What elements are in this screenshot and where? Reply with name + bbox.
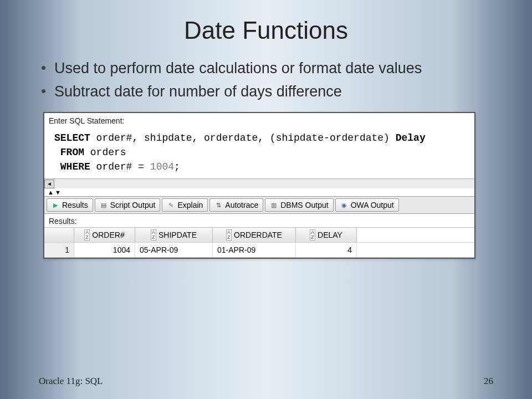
sql-literal: 1004 (150, 161, 174, 172)
sql-text: ; (174, 161, 180, 172)
horizontal-scrollbar[interactable]: ◄ (44, 178, 474, 188)
scroll-left-button[interactable]: ◄ (44, 180, 54, 188)
explain-icon: ✎ (167, 201, 175, 209)
table-row[interactable]: 1 1004 05-APR-09 01-APR-09 4 (44, 243, 474, 258)
column-label: ORDER# (92, 231, 124, 239)
tab-label: DBMS Output (280, 201, 328, 209)
sql-keyword: WHERE (54, 161, 90, 172)
row-number-header (44, 228, 74, 242)
results-grid: AZORDER# AZSHIPDATE AZORDERDATE AZDELAY … (44, 227, 474, 258)
triangle-down-icon: ▼ (55, 190, 61, 196)
bullet-item: Used to perform date calculations or for… (39, 58, 493, 78)
cell-order: 1004 (74, 243, 135, 257)
sort-icon: AZ (310, 229, 315, 241)
tab-label: OWA Output (351, 201, 394, 209)
tab-label: Autotrace (225, 201, 258, 209)
splitter-handle[interactable]: ▲▼ (44, 188, 474, 196)
tab-dbms-output[interactable]: ▥ DBMS Output (265, 198, 333, 212)
bullet-item: Subtract date for number of days differe… (39, 81, 493, 101)
slide: Date Functions Used to perform date calc… (0, 0, 532, 399)
document-icon: ▤ (100, 201, 108, 209)
column-header[interactable]: AZORDERDATE (213, 228, 296, 242)
tab-label: Explain (177, 201, 203, 209)
results-label: Results: (44, 214, 474, 227)
sql-keyword: SELECT (54, 132, 90, 144)
tab-autotrace[interactable]: ⇅ Autotrace (209, 198, 263, 212)
footer-page-number: 26 (484, 376, 493, 387)
column-label: ORDERDATE (234, 231, 282, 239)
sql-alias: Delay (396, 132, 426, 144)
tab-label: Results (62, 201, 88, 209)
sql-text: orders (84, 147, 126, 158)
sql-prompt-label: Enter SQL Statement: (44, 113, 474, 127)
footer-left: Oracle 11g: SQL (39, 376, 103, 387)
sort-icon: AZ (84, 229, 90, 241)
column-label: DELAY (318, 231, 342, 239)
cell-shipdate: 05-APR-09 (135, 243, 213, 257)
cell-delay: 4 (296, 243, 357, 257)
sort-icon: AZ (151, 229, 156, 241)
sql-panel: Enter SQL Statement: SELECT order#, ship… (43, 112, 475, 259)
grid-header-row: AZORDER# AZSHIPDATE AZORDERDATE AZDELAY (44, 228, 474, 243)
result-tabs: ▶ Results ▤ Script Output ✎ Explain ⇅ Au… (44, 196, 474, 214)
tab-results[interactable]: ▶ Results (47, 198, 93, 212)
triangle-up-icon: ▲ (48, 190, 54, 196)
sql-editor[interactable]: SELECT order#, shipdate, orderdate, (shi… (44, 127, 474, 178)
column-label: SHIPDATE (158, 231, 197, 239)
sort-icon: AZ (226, 229, 232, 241)
cell-orderdate: 01-APR-09 (213, 243, 296, 257)
row-number-cell: 1 (44, 243, 74, 257)
tab-explain[interactable]: ✎ Explain (162, 198, 208, 212)
tab-owa-output[interactable]: ◉ OWA Output (335, 198, 399, 212)
column-header[interactable]: AZSHIPDATE (135, 228, 213, 242)
slide-footer: Oracle 11g: SQL 26 (39, 376, 493, 387)
column-header[interactable]: AZDELAY (296, 228, 357, 242)
tab-label: Script Output (110, 201, 156, 209)
dbms-icon: ▥ (270, 201, 278, 209)
play-icon: ▶ (52, 201, 59, 209)
page-title: Date Functions (39, 17, 493, 44)
sql-text: order# = (90, 161, 150, 172)
globe-icon: ◉ (340, 201, 348, 209)
column-header[interactable]: AZORDER# (74, 228, 135, 242)
sql-keyword: FROM (54, 147, 84, 158)
sql-text: order#, shipdate, orderdate, (shipdate-o… (90, 132, 396, 144)
bullet-list: Used to perform date calculations or for… (39, 58, 493, 102)
tab-script-output[interactable]: ▤ Script Output (95, 198, 161, 212)
autotrace-icon: ⇅ (214, 201, 222, 209)
